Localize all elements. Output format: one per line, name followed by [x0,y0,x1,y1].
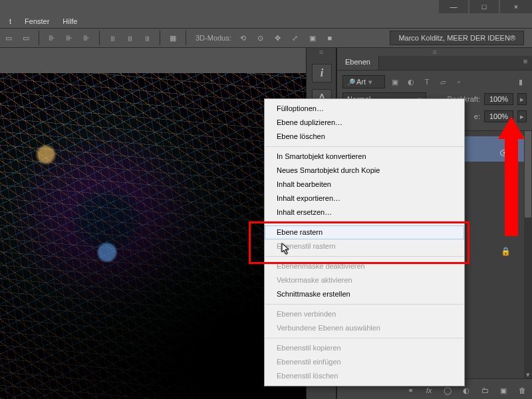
separator [160,31,160,45]
ctx-inhalt-bearbeiten[interactable]: Inhalt bearbeiten [265,178,464,192]
filter-adjust-icon[interactable]: ◐ [405,76,417,88]
ctx-stil-kopieren: Ebenenstil kopieren [265,341,464,355]
layer-kind-filter[interactable]: 🔎 Art ▾ [342,75,385,88]
separator [99,31,100,45]
ctx-verbundene-auswaehlen: Verbundene Ebenen auswählen [265,321,464,335]
folder-icon[interactable]: 🗀 [479,384,491,396]
ctx-vektormaske-aktivieren: Vektormaske aktivieren [265,273,464,287]
ctx-inhalt-ersetzen[interactable]: Inhalt ersetzen… [265,205,464,219]
ctx-stil-einfuegen: Ebenenstil einfügen [265,355,464,369]
scrollbar[interactable]: ▴ ▾ [524,131,532,378]
maximize-button[interactable]: □ [469,0,499,13]
3d-icon-5[interactable]: ▣ [306,32,319,44]
lock-icon: 🔒 [501,247,511,256]
separator [265,146,464,147]
ctx-smart-kopie[interactable]: Neues Smartobjekt durch Kopie [265,164,464,178]
opacity-field[interactable]: 100% [484,93,513,105]
separator [186,31,186,45]
ctx-stil-loeschen: Ebenenstil löschen [265,369,464,383]
3d-icon-1[interactable]: ⟲ [237,32,250,44]
menu-hilfe[interactable]: Hilfe [56,16,84,27]
ctx-schnittmaske[interactable]: Schnittmaske erstellen [265,287,464,301]
distribute-icon-3[interactable]: ⊪ [80,32,93,44]
ctx-inhalt-exportieren[interactable]: Inhalt exportieren… [265,192,464,205]
auto-align-icon[interactable]: ▦ [166,32,180,44]
visibility-icon[interactable] [500,150,509,156]
filter-pixel-icon[interactable]: ▣ [389,76,401,88]
separator [265,222,464,223]
trash-icon[interactable]: 🗑 [516,384,528,396]
ctx-smart-konvertieren[interactable]: In Smartobjekt konvertieren [265,150,464,164]
ctx-fulloptionen[interactable]: Fülloptionen… [265,102,464,116]
3d-icon-2[interactable]: ⊙ [254,32,267,44]
context-menu: Fülloptionen… Ebene duplizieren… Ebene l… [264,98,465,386]
distribute-icon-2[interactable]: ⊪ [63,32,76,44]
scroll-down-icon[interactable]: ▾ [524,370,532,378]
ctx-ebenenstil-rastern: Ebenenstil rastern [265,239,464,253]
document-canvas[interactable] [0,73,306,399]
mode3d-label: 3D-Modus: [196,34,231,42]
ctx-ebene-rastern[interactable]: Ebene rastern [265,225,464,239]
filter-smart-icon[interactable]: ▫ [453,76,465,88]
titlebar: — □ × [0,0,532,16]
minimize-button[interactable]: — [439,0,468,13]
fill-arrow-icon[interactable]: ▸ [517,110,527,122]
3d-icon-6[interactable]: ■ [323,32,336,44]
ctx-duplizieren[interactable]: Ebene duplizieren… [265,116,464,130]
distribute-icon-4[interactable]: ⫼ [106,32,119,44]
menubar: t Fenster Hilfe [0,15,532,28]
distribute-icon-6[interactable]: ⫼ [140,32,154,44]
3d-icon-3[interactable]: ✥ [271,32,285,44]
distribute-icon-1[interactable]: ⊪ [45,32,59,44]
workspace-dropdown[interactable]: Marco Kolditz, MEER DER IDEEN® [390,31,524,45]
panel-tabs: Ebenen ≡ [337,56,532,70]
filter-shape-icon[interactable]: ▱ [437,76,449,88]
menu-fenster[interactable]: Fenster [18,16,56,27]
close-button[interactable]: × [500,0,532,13]
filter-type-icon[interactable]: T [421,76,433,88]
grip-icon[interactable]: ≡ [307,48,336,56]
panel-menu-icon[interactable]: ≡ [520,56,531,66]
separator [39,31,39,45]
3d-icon-4[interactable]: ⤢ [289,32,302,44]
align-icon-2[interactable]: ▭ [19,32,33,44]
scroll-thumb[interactable] [525,131,531,217]
opacity-arrow-icon[interactable]: ▸ [517,93,527,105]
ctx-loeschen[interactable]: Ebene löschen [265,130,464,144]
ctx-verbinden: Ebenen verbinden [265,307,464,321]
separator [265,304,464,305]
new-layer-icon[interactable]: ▣ [497,384,509,396]
fill-field[interactable]: 100% [484,110,513,122]
distribute-icon-5[interactable]: ⫼ [123,32,136,44]
filter-toggle[interactable]: ▮ [515,76,527,88]
separator [265,256,464,257]
grip-icon[interactable]: ≡ [337,48,532,56]
fill-label-suffix: e: [474,112,480,120]
separator [265,338,464,338]
align-icon-1[interactable]: ▭ [2,32,15,44]
info-panel-icon[interactable]: i [312,64,332,82]
ctx-maske-deaktivieren: Ebenenmaske deaktivieren [265,259,464,273]
kind-label: Art [356,78,366,86]
menu-t-truncated[interactable]: t [3,16,18,27]
tab-ebenen[interactable]: Ebenen [337,56,379,70]
